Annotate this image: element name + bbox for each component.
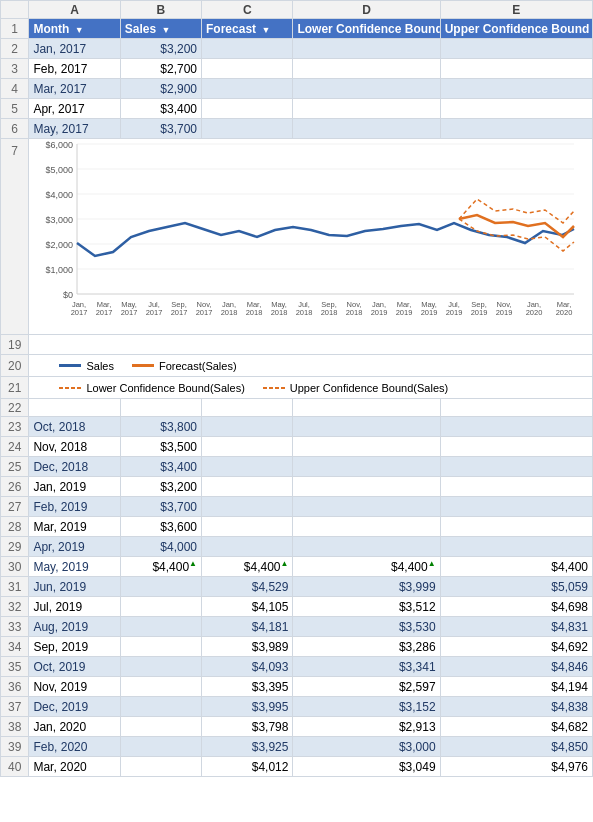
table-row: 24 Nov, 2018 $3,500 bbox=[1, 437, 593, 457]
header-sales[interactable]: Sales ▼ bbox=[120, 19, 201, 39]
cell-d bbox=[293, 39, 440, 59]
green-triangle-d: ▲ bbox=[428, 559, 436, 568]
cell-b: $2,700 bbox=[120, 59, 201, 79]
cell-a: Dec, 2018 bbox=[29, 457, 120, 477]
cell-e bbox=[440, 59, 592, 79]
legend-label-upper: Upper Confidence Bound(Sales) bbox=[290, 382, 448, 394]
col-header-a: A bbox=[29, 1, 120, 19]
cell-b: $3,200 bbox=[120, 39, 201, 59]
cell-d bbox=[293, 457, 440, 477]
cell-d: $2,597 bbox=[293, 677, 440, 697]
row-num-1: 1 bbox=[1, 19, 29, 39]
row-num-chart: 7 bbox=[1, 139, 29, 335]
svg-text:$0: $0 bbox=[63, 290, 73, 300]
filter-arrow-b[interactable]: ▼ bbox=[162, 25, 171, 35]
cell-d bbox=[293, 537, 440, 557]
header-lower-confidence[interactable]: Lower Confidence Bound ▼ bbox=[293, 19, 440, 39]
cell-a: Jan, 2019 bbox=[29, 477, 120, 497]
cell-a: Feb, 2019 bbox=[29, 497, 120, 517]
cell-d: $4,400▲ bbox=[293, 557, 440, 577]
row-num: 38 bbox=[1, 717, 29, 737]
header-forecast[interactable]: Forecast ▼ bbox=[202, 19, 293, 39]
row-num: 39 bbox=[1, 737, 29, 757]
cell-e bbox=[440, 457, 592, 477]
svg-text:2017: 2017 bbox=[196, 308, 213, 317]
empty-a bbox=[29, 399, 120, 417]
cell-b: $3,200 bbox=[120, 477, 201, 497]
cell-a: Apr, 2017 bbox=[29, 99, 120, 119]
cell-e: $4,850 bbox=[440, 737, 592, 757]
cell-b bbox=[120, 637, 201, 657]
cell-c: $3,925 bbox=[202, 737, 293, 757]
cell-d bbox=[293, 497, 440, 517]
cell-b: $3,600 bbox=[120, 517, 201, 537]
cell-c bbox=[202, 457, 293, 477]
legend-line-forecast bbox=[132, 364, 154, 367]
col-header-d: D bbox=[293, 1, 440, 19]
svg-text:$4,000: $4,000 bbox=[46, 190, 74, 200]
cell-e: $4,682 bbox=[440, 717, 592, 737]
legend-container: Sales Forecast(Sales) bbox=[29, 355, 593, 377]
row-num: 4 bbox=[1, 79, 29, 99]
svg-text:2019: 2019 bbox=[471, 308, 488, 317]
table-row: 40 Mar, 2020 $4,012 $3,049 $4,976 bbox=[1, 757, 593, 777]
cell-c bbox=[202, 477, 293, 497]
cell-b: $3,700 bbox=[120, 497, 201, 517]
cell-a: Dec, 2019 bbox=[29, 697, 120, 717]
table-row: 39 Feb, 2020 $3,925 $3,000 $4,850 bbox=[1, 737, 593, 757]
header-month[interactable]: Month ▼ bbox=[29, 19, 120, 39]
table-row: 28 Mar, 2019 $3,600 bbox=[1, 517, 593, 537]
cell-e bbox=[440, 497, 592, 517]
green-triangle-c: ▲ bbox=[280, 559, 288, 568]
cell-a: May, 2019 bbox=[29, 557, 120, 577]
cell-b: $3,800 bbox=[120, 417, 201, 437]
cell-a: Aug, 2019 bbox=[29, 617, 120, 637]
green-triangle-b: ▲ bbox=[189, 559, 197, 568]
svg-text:2017: 2017 bbox=[171, 308, 188, 317]
empty-row-22: 22 bbox=[1, 399, 593, 417]
cell-a: Jul, 2019 bbox=[29, 597, 120, 617]
filter-arrow-c[interactable]: ▼ bbox=[261, 25, 270, 35]
table-row: 5 Apr, 2017 $3,400 bbox=[1, 99, 593, 119]
header-upper-confidence[interactable]: Upper Confidence Bound ▼ bbox=[440, 19, 592, 39]
svg-text:$1,000: $1,000 bbox=[46, 265, 74, 275]
cell-c: $4,012 bbox=[202, 757, 293, 777]
cell-e bbox=[440, 537, 592, 557]
table-row: 2 Jan, 2017 $3,200 bbox=[1, 39, 593, 59]
chart-container: $6,000 $5,000 $4,000 $3,000 $2,000 $1,00… bbox=[29, 139, 593, 335]
row-num: 33 bbox=[1, 617, 29, 637]
cell-e bbox=[440, 79, 592, 99]
cell-d bbox=[293, 119, 440, 139]
svg-text:2017: 2017 bbox=[146, 308, 163, 317]
cell-a: Jan, 2020 bbox=[29, 717, 120, 737]
col-header-e: E bbox=[440, 1, 592, 19]
cell-b bbox=[120, 757, 201, 777]
cell-d: $3,000 bbox=[293, 737, 440, 757]
cell-a: Sep, 2019 bbox=[29, 637, 120, 657]
corner-cell bbox=[1, 1, 29, 19]
table-row: 31 Jun, 2019 $4,529 $3,999 $5,059 bbox=[1, 577, 593, 597]
cell-b: $3,400 bbox=[120, 99, 201, 119]
cell-d: $3,341 bbox=[293, 657, 440, 677]
table-row: 4 Mar, 2017 $2,900 bbox=[1, 79, 593, 99]
svg-text:2018: 2018 bbox=[321, 308, 338, 317]
cell-c bbox=[202, 537, 293, 557]
cell-a: May, 2017 bbox=[29, 119, 120, 139]
table-row-30: 30 May, 2019 $4,400▲ $4,400▲ $4,400▲ $4,… bbox=[1, 557, 593, 577]
row-num: 32 bbox=[1, 597, 29, 617]
row-num: 20 bbox=[1, 355, 29, 377]
filter-arrow-a[interactable]: ▼ bbox=[75, 25, 84, 35]
row-num: 36 bbox=[1, 677, 29, 697]
table-row: 37 Dec, 2019 $3,995 $3,152 $4,838 bbox=[1, 697, 593, 717]
row-num: 25 bbox=[1, 457, 29, 477]
svg-text:2019: 2019 bbox=[371, 308, 388, 317]
svg-text:$3,000: $3,000 bbox=[46, 215, 74, 225]
row-num: 23 bbox=[1, 417, 29, 437]
cell-a: Jun, 2019 bbox=[29, 577, 120, 597]
svg-text:2017: 2017 bbox=[71, 308, 88, 317]
svg-text:2019: 2019 bbox=[446, 308, 463, 317]
cell-e bbox=[440, 99, 592, 119]
row-num: 40 bbox=[1, 757, 29, 777]
cell-e bbox=[440, 477, 592, 497]
cell-c: $3,995 bbox=[202, 697, 293, 717]
